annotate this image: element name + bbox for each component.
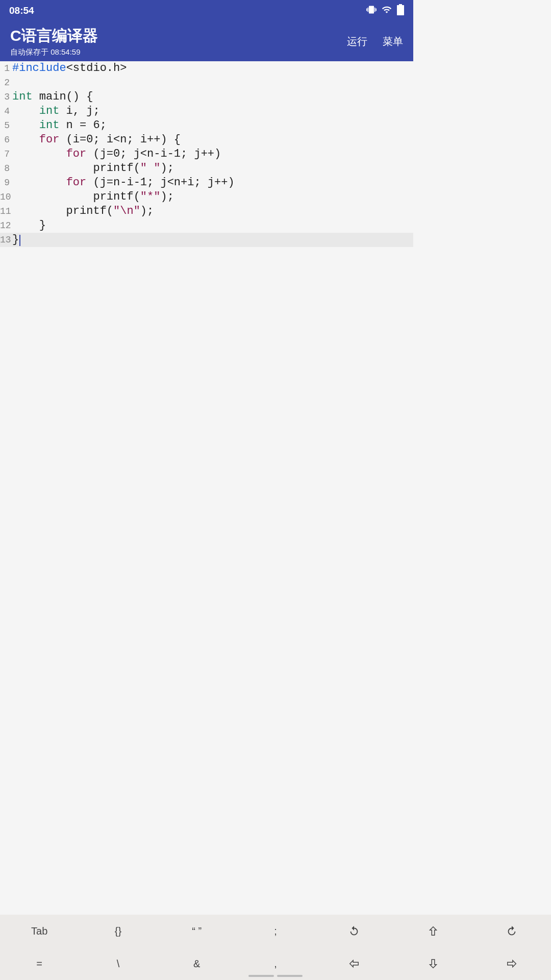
line-number: 12 [0, 218, 11, 233]
code-editor[interactable]: 1#include<stdio.h>23int main() {4 int i,… [0, 61, 413, 670]
code-line[interactable]: 6 for (i=0; i<n; i++) { [0, 133, 413, 147]
line-number: 10 [0, 190, 11, 204]
code-content[interactable] [11, 76, 12, 90]
code-content[interactable]: for (j=0; j<n-i-1; j++) [11, 147, 221, 161]
line-number: 13 [0, 233, 11, 247]
code-line[interactable]: 12 } [0, 218, 413, 233]
line-number: 6 [0, 133, 11, 147]
line-number: 11 [0, 204, 11, 218]
status-bar: 08:54 [0, 0, 413, 21]
code-line[interactable]: 5 int n = 6; [0, 118, 413, 133]
code-line[interactable]: 10 printf("*"); [0, 190, 413, 204]
code-line[interactable]: 13} [0, 233, 413, 247]
code-content[interactable]: } [11, 218, 46, 233]
vibrate-icon [366, 5, 377, 17]
menu-button[interactable]: 菜单 [383, 35, 403, 48]
code-content[interactable]: int i, j; [11, 104, 100, 118]
code-content[interactable]: for (j=n-i-1; j<n+i; j++) [11, 176, 235, 190]
code-content[interactable]: printf("\n"); [11, 204, 154, 218]
text-cursor [19, 235, 20, 246]
line-number: 8 [0, 161, 11, 176]
code-line[interactable]: 4 int i, j; [0, 104, 413, 118]
battery-icon [397, 4, 404, 18]
code-content[interactable]: int n = 6; [11, 118, 107, 133]
code-line[interactable]: 8 printf(" "); [0, 161, 413, 176]
line-number: 2 [0, 76, 11, 90]
code-line[interactable]: 1#include<stdio.h> [0, 61, 413, 76]
wifi-icon [382, 5, 392, 17]
run-button[interactable]: 运行 [347, 35, 367, 48]
line-number: 7 [0, 147, 11, 161]
line-number: 4 [0, 104, 11, 118]
code-content[interactable]: printf("*"); [11, 190, 174, 204]
code-line[interactable]: 9 for (j=n-i-1; j<n+i; j++) [0, 176, 413, 190]
code-line[interactable]: 3int main() { [0, 90, 413, 104]
code-content[interactable]: int main() { [11, 90, 93, 104]
code-content[interactable]: } [11, 233, 20, 247]
line-number: 5 [0, 118, 11, 133]
status-time: 08:54 [9, 5, 34, 16]
app-title: C语言编译器 [10, 26, 98, 46]
code-content[interactable]: #include<stdio.h> [11, 61, 127, 76]
line-number: 3 [0, 90, 11, 104]
code-line[interactable]: 7 for (j=0; j<n-i-1; j++) [0, 147, 413, 161]
line-number: 1 [0, 61, 11, 76]
autosave-status: 自动保存于 08:54:59 [10, 47, 98, 57]
app-bar: C语言编译器 自动保存于 08:54:59 运行 菜单 [0, 21, 413, 61]
code-line[interactable]: 11 printf("\n"); [0, 204, 413, 218]
code-content[interactable]: for (i=0; i<n; i++) { [11, 133, 181, 147]
code-content[interactable]: printf(" "); [11, 161, 174, 176]
line-number: 9 [0, 176, 11, 190]
code-line[interactable]: 2 [0, 76, 413, 90]
